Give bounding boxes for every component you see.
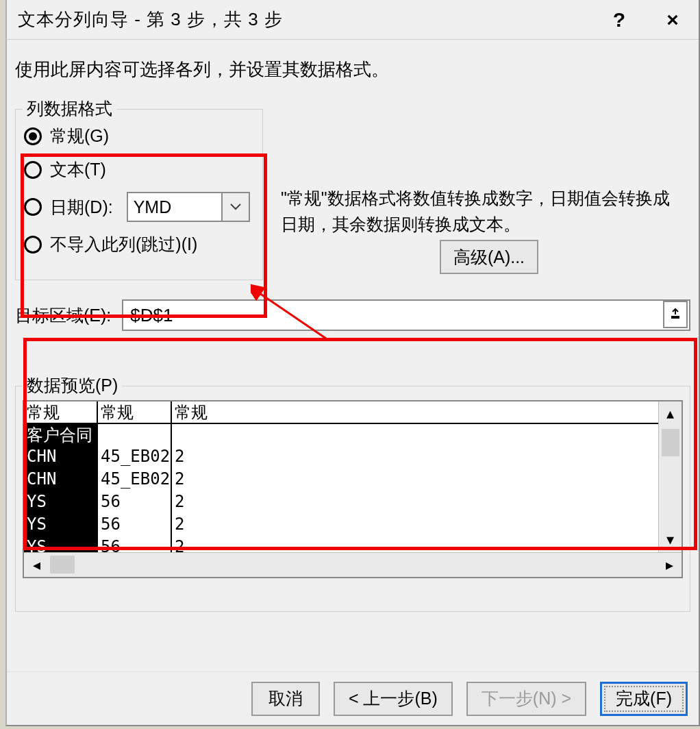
format-description: "常规"数据格式将数值转换成数字，日期值会转换成日期，其余数据则转换成文本。 [281, 185, 678, 237]
dialog-body: 使用此屏内容可选择各列，并设置其数据格式。 列数据格式 常规(G) 文本(T) … [7, 40, 699, 638]
annotation-highlight [23, 338, 697, 550]
cancel-button[interactable]: 取消 [251, 682, 320, 716]
back-button[interactable]: < 上一步(B) [334, 682, 453, 716]
svg-rect-0 [671, 316, 679, 319]
instruction-text: 使用此屏内容可选择各列，并设置其数据格式。 [15, 58, 690, 82]
close-icon[interactable]: × [658, 5, 688, 35]
wizard-dialog: 文本分列向导 - 第 3 步，共 3 步 ? × 使用此屏内容可选择各列，并设置… [5, 0, 700, 726]
finish-button[interactable]: 完成(F) [600, 682, 688, 716]
annotation-highlight [21, 153, 267, 318]
help-icon[interactable]: ? [604, 5, 634, 35]
horizontal-scrollbar[interactable]: ◂ ▸ [24, 552, 682, 577]
next-button: 下一步(N) > [466, 682, 586, 716]
radio-general-label[interactable]: 常规(G) [50, 125, 109, 147]
radio-general[interactable] [24, 127, 42, 145]
titlebar: 文本分列向导 - 第 3 步，共 3 步 ? × [7, 0, 699, 40]
dialog-title: 文本分列向导 - 第 3 步，共 3 步 [18, 8, 604, 32]
radio-general-row[interactable]: 常规(G) [16, 121, 262, 154]
scroll-right-icon[interactable]: ▸ [657, 553, 682, 577]
scroll-thumb[interactable] [50, 556, 75, 573]
scroll-track[interactable] [49, 553, 657, 577]
dialog-footer: 取消 < 上一步(B) 下一步(N) > 完成(F) [7, 671, 699, 725]
collapse-dialog-icon[interactable] [663, 301, 688, 328]
advanced-button[interactable]: 高级(A)... [440, 240, 538, 274]
scroll-left-icon[interactable]: ◂ [24, 553, 49, 577]
format-group-label: 列数据格式 [23, 97, 116, 120]
